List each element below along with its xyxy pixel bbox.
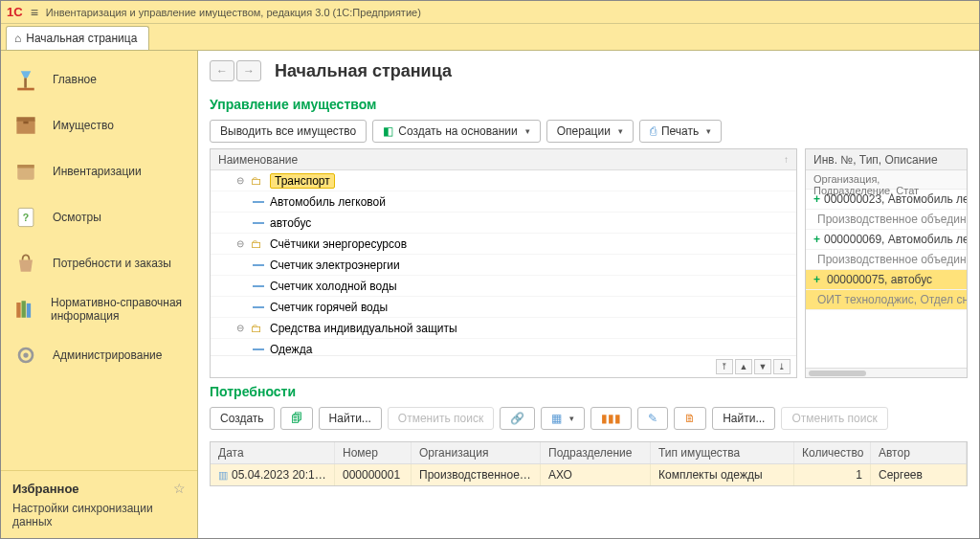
sidebar-item-label: Администрирование — [53, 348, 162, 362]
horizontal-scrollbar[interactable] — [806, 368, 967, 377]
col-date[interactable]: Дата — [211, 442, 335, 463]
plus-icon: + — [813, 273, 823, 286]
edit-button[interactable]: ✎ — [637, 407, 668, 430]
property-tree-pane: Наименование ↑ ⊖🗀ТранспортАвтомобиль лег… — [210, 148, 797, 378]
sidebar-item-admin[interactable]: Администрирование — [1, 332, 197, 378]
folder-icon — [11, 156, 41, 187]
tree-item[interactable]: автобус — [211, 213, 796, 234]
property-tree[interactable]: ⊖🗀ТранспортАвтомобиль легковойавтобус⊖🗀С… — [211, 170, 796, 355]
tree-folder[interactable]: ⊖🗀Транспорт — [211, 170, 796, 191]
folder-icon: 🗀 — [251, 322, 266, 335]
tree-label: Средства индивидуальной защиты — [270, 322, 457, 335]
tree-item[interactable]: Счетчик электроэнергии — [211, 255, 796, 276]
tree-folder[interactable]: ⊖🗀Счётчики энергоресурсов — [211, 234, 796, 255]
svg-rect-9 — [16, 303, 20, 318]
link-icon: 🔗 — [510, 412, 524, 425]
expander-icon[interactable]: ⊖ — [234, 323, 247, 333]
details-row[interactable]: +000000023, Автомобиль легков — [806, 190, 967, 210]
favorites-title: Избранное — [12, 482, 79, 496]
sidebar-item-label: Имущество — [53, 119, 114, 132]
tree-label: Транспорт — [270, 173, 335, 189]
favorites-block: Избранное ☆ Настройки синхронизации данн… — [1, 470, 197, 538]
barcode-icon: ▮▮▮ — [601, 412, 621, 425]
sidebar-item-main[interactable]: Главное — [1, 56, 197, 102]
table-icon: ▦ — [551, 412, 562, 425]
needs-row[interactable]: ▥05.04.2023 20:19:40 000000001 Производс… — [211, 464, 967, 485]
tree-label: автобус — [270, 216, 311, 230]
tree-item[interactable]: Автомобиль легковой — [211, 191, 796, 213]
col-org[interactable]: Организация — [412, 442, 541, 463]
col-dep[interactable]: Подразделение — [541, 442, 651, 463]
property-details-pane: Инв. №, Тип, Описание Организация, Подра… — [805, 148, 968, 378]
tree-label: Счетчик горячей воды — [270, 301, 388, 314]
tree-item[interactable]: Одежда — [211, 339, 796, 355]
bag-icon — [11, 248, 41, 279]
sidebar-item-needs[interactable]: Потребности и заказы — [1, 240, 197, 286]
section-property-title: Управление имуществом — [210, 97, 968, 112]
sidebar-item-reference[interactable]: Нормативно-справочная информация — [1, 286, 197, 332]
reserve-button[interactable]: 🔗 — [500, 407, 535, 430]
col-num[interactable]: Номер — [335, 442, 412, 463]
copy-button[interactable]: 🗐 — [280, 407, 313, 430]
expander-icon[interactable]: ⊖ — [234, 238, 247, 249]
barcode-button[interactable]: ▮▮▮ — [590, 407, 632, 430]
details-row[interactable]: +000000069, Автомобиль легков — [806, 230, 967, 250]
svg-rect-0 — [17, 88, 34, 91]
details-row[interactable]: +000000075, автобус — [806, 270, 967, 290]
print-button[interactable]: ⎙Печать▾ — [639, 120, 722, 143]
nav-forward-button[interactable]: → — [236, 60, 261, 81]
tree-header[interactable]: Наименование ↑ — [211, 149, 796, 170]
tabs-bar: ⌂ Начальная страница — [1, 24, 979, 51]
svg-rect-11 — [27, 303, 31, 318]
sidebar-item-property[interactable]: Имущество — [1, 102, 197, 148]
logo-1c-icon: 1C — [7, 5, 23, 19]
scroll-down-icon[interactable]: ▼ — [754, 359, 771, 374]
section-needs-title: Потребности — [210, 384, 968, 399]
nav-back-button[interactable]: ← — [210, 60, 234, 81]
details-list[interactable]: +000000023, Автомобиль легковПроизводств… — [806, 190, 967, 368]
item-dash-icon — [253, 264, 264, 266]
title-bar: 1C ≡ Инвентаризация и управление имущест… — [1, 1, 979, 24]
tree-folder[interactable]: ⊖🗀Средства индивидуальной защиты — [211, 318, 796, 339]
sidebar-item-inventory[interactable]: Инвентаризации — [1, 148, 197, 194]
create-based-button[interactable]: ◧Создать на основании▾ — [372, 120, 541, 143]
document-icon: ▥ — [218, 469, 228, 481]
tree-label: Одежда — [270, 343, 312, 356]
svg-point-13 — [23, 352, 28, 357]
tree-item[interactable]: Счетчик холодной воды — [211, 276, 796, 297]
details-subrow: Производственное объединени — [806, 250, 967, 270]
col-qty[interactable]: Количество — [794, 442, 871, 463]
col-type[interactable]: Тип имущества — [651, 442, 794, 463]
sidebar-item-inspections[interactable]: ? Осмотры — [1, 194, 197, 240]
report-button[interactable]: ▦▾ — [541, 407, 585, 430]
expander-icon[interactable]: ⊖ — [234, 175, 247, 186]
svg-rect-3 — [16, 117, 34, 121]
tab-label: Начальная страница — [26, 32, 137, 45]
show-all-button[interactable]: Выводить все имущество — [210, 120, 367, 143]
sidebar-item-label: Главное — [53, 73, 97, 86]
scroll-up-icon[interactable]: ▲ — [735, 359, 752, 374]
hamburger-icon[interactable]: ≡ — [31, 5, 38, 20]
details-header[interactable]: Инв. №, Тип, Описание — [806, 149, 967, 170]
star-icon[interactable]: ☆ — [173, 481, 186, 496]
item-dash-icon — [253, 306, 264, 308]
item-dash-icon — [253, 348, 264, 350]
tab-home[interactable]: ⌂ Начальная страница — [6, 26, 149, 50]
favorites-link[interactable]: Настройки синхронизации данных — [12, 502, 186, 528]
sidebar: Главное Имущество Инвентаризации ? Осмот… — [1, 51, 198, 538]
scroll-bottom-icon[interactable]: ⤓ — [773, 359, 791, 374]
create-button[interactable]: Создать — [210, 407, 275, 430]
scroll-top-icon[interactable]: ⤒ — [716, 359, 733, 374]
find-button[interactable]: Найти... — [319, 407, 382, 430]
details-subheader: Организация, Подразделение, Стат — [806, 170, 967, 190]
tree-label: Счетчик электроэнергии — [270, 258, 400, 272]
cancel-search-button: Отменить поиск — [388, 407, 494, 430]
doc-button[interactable]: 🗎 — [674, 407, 706, 430]
tree-item[interactable]: Счетчик горячей воды — [211, 297, 796, 318]
col-auth[interactable]: Автор — [871, 442, 967, 463]
item-dash-icon — [253, 201, 264, 203]
find2-button[interactable]: Найти... — [712, 407, 775, 430]
operations-button[interactable]: Операции▾ — [546, 120, 634, 143]
needs-header-row[interactable]: Дата Номер Организация Подразделение Тип… — [211, 442, 967, 464]
printer-icon: ⎙ — [650, 124, 657, 138]
